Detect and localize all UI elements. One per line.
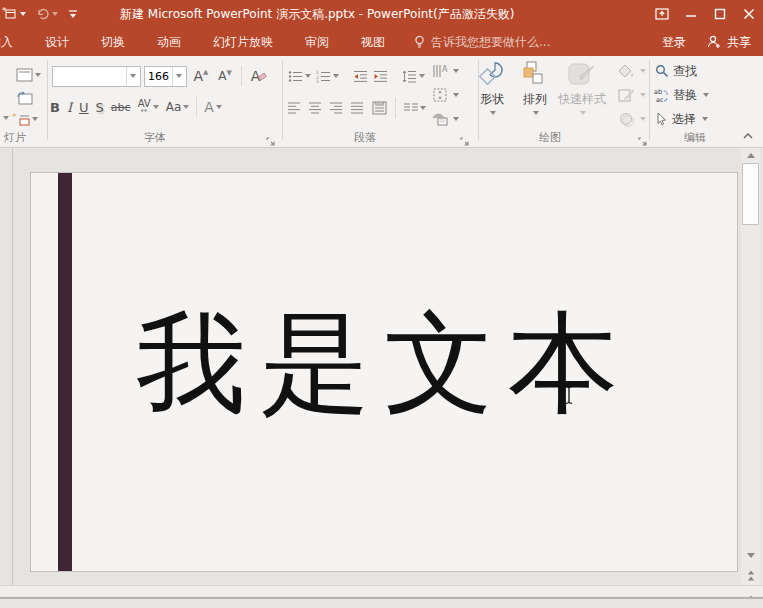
font-name-combobox[interactable]: [52, 66, 141, 87]
qat-new-slide-icon[interactable]: *: [2, 7, 26, 21]
increase-indent-button[interactable]: [373, 65, 388, 87]
font-name-caret[interactable]: [126, 67, 139, 86]
convert-smartart-button[interactable]: [432, 109, 459, 129]
align-text-button[interactable]: [432, 85, 459, 105]
sign-in-button[interactable]: 登录: [662, 34, 686, 51]
shape-outline-caret: [640, 93, 646, 97]
slide-canvas[interactable]: 我是文本: [30, 172, 738, 572]
vertical-scrollbar[interactable]: [741, 148, 760, 593]
shape-effects-caret: [640, 117, 646, 121]
undo-icon[interactable]: [36, 7, 58, 21]
change-case-caret: [183, 105, 189, 109]
share-button[interactable]: 共享: [706, 34, 751, 51]
tab-transitions[interactable]: 切换: [88, 28, 138, 56]
layout-icon: [16, 68, 33, 82]
decrease-indent-icon: [353, 70, 368, 83]
close-icon[interactable]: [734, 0, 763, 28]
decrease-indent-button[interactable]: [353, 65, 368, 87]
font-name-input[interactable]: [53, 68, 126, 85]
find-button[interactable]: 查找: [655, 61, 697, 81]
editor-workspace: 我是文本: [0, 148, 763, 593]
numbering-caret: [333, 74, 339, 78]
paragraph-group-label: 段落: [300, 130, 430, 144]
collapse-ribbon-icon[interactable]: [741, 128, 755, 142]
underline-button[interactable]: U: [79, 96, 89, 118]
reset-slide-button[interactable]: [16, 86, 33, 108]
ribbon-display-options-icon[interactable]: [647, 0, 676, 28]
reset-icon: [16, 90, 33, 105]
font-size-caret[interactable]: [172, 67, 185, 86]
font-group-label: 字体: [90, 130, 220, 144]
columns-button[interactable]: [404, 97, 426, 119]
thumbnail-pane-splitter[interactable]: [12, 148, 13, 593]
decrease-font-size-button[interactable]: A▼: [215, 65, 235, 87]
replace-button[interactable]: ab ac 替换: [653, 85, 709, 105]
group-divider: [282, 60, 283, 140]
account-area: 登录 共享: [662, 34, 763, 51]
previous-slide-icon[interactable]: [742, 568, 759, 582]
character-spacing-caret: [153, 105, 159, 109]
tell-me-label: 告诉我您想要做什么...: [431, 34, 550, 51]
slide-text[interactable]: 我是文本: [31, 303, 737, 424]
increase-font-size-button[interactable]: A▲: [190, 65, 212, 87]
change-case-button[interactable]: Aa: [166, 96, 190, 118]
qat-customize-icon[interactable]: [68, 8, 78, 20]
character-spacing-button[interactable]: AV ↔: [138, 96, 159, 118]
columns-caret: [420, 106, 426, 110]
line-spacing-icon: [402, 70, 417, 83]
scrollbar-thumb[interactable]: [742, 163, 759, 225]
align-left-icon[interactable]: [288, 102, 301, 114]
line-spacing-button[interactable]: [402, 65, 425, 87]
scroll-up-icon[interactable]: [742, 148, 759, 162]
svg-text:A: A: [442, 65, 448, 74]
bullets-button[interactable]: [288, 65, 311, 87]
shape-fill-icon: [618, 64, 635, 79]
tab-insert[interactable]: 插入: [0, 28, 26, 56]
undo-caret: [52, 12, 58, 16]
shape-outline-button[interactable]: [618, 85, 646, 105]
distribute-text-icon[interactable]: [372, 101, 387, 115]
shape-fill-caret: [640, 69, 646, 73]
quick-styles-button[interactable]: 快速样式: [552, 60, 612, 130]
status-bar: [0, 597, 763, 608]
section-button[interactable]: *: [12, 108, 38, 130]
maximize-icon[interactable]: [705, 0, 734, 28]
select-button[interactable]: 选择: [655, 109, 708, 129]
tab-animations[interactable]: 动画: [144, 28, 194, 56]
italic-button[interactable]: I: [67, 96, 72, 118]
scroll-down-icon[interactable]: [742, 548, 759, 562]
select-cursor-icon: [655, 112, 668, 126]
shapes-button[interactable]: 形状: [470, 60, 514, 130]
shape-fill-button[interactable]: [618, 61, 646, 81]
minimize-icon[interactable]: [676, 0, 705, 28]
font-size-input[interactable]: [145, 68, 172, 85]
mini-divider: [395, 98, 396, 118]
tell-me-box[interactable]: 告诉我您想要做什么...: [414, 34, 550, 51]
justify-icon[interactable]: [351, 102, 364, 114]
align-center-icon[interactable]: [309, 102, 322, 114]
select-label: 选择: [672, 111, 696, 128]
paragraph-dialog-launcher-icon[interactable]: [460, 132, 470, 142]
find-label: 查找: [673, 63, 697, 80]
drawing-dialog-launcher-icon[interactable]: [638, 132, 648, 142]
quick-styles-caret: [580, 111, 586, 115]
text-direction-button[interactable]: A: [432, 61, 459, 81]
tab-design[interactable]: 设计: [32, 28, 82, 56]
tab-review[interactable]: 审阅: [292, 28, 342, 56]
font-color-button[interactable]: A: [204, 96, 222, 118]
numbering-button[interactable]: 123: [316, 65, 339, 87]
shape-effects-button[interactable]: [618, 109, 646, 129]
strikethrough-button[interactable]: abc: [111, 96, 131, 118]
tab-slideshow[interactable]: 幻灯片放映: [200, 28, 286, 56]
horizontal-scrollbar-strip[interactable]: [0, 585, 763, 596]
font-size-combobox[interactable]: [144, 66, 187, 87]
text-shadow-button[interactable]: S: [96, 96, 104, 118]
title-bar: * 新建 Microsoft PowerPoint 演示文稿.pptx - Po…: [0, 0, 763, 28]
layout-button[interactable]: [16, 64, 41, 86]
tab-view[interactable]: 视图: [348, 28, 398, 56]
clear-formatting-button[interactable]: A: [248, 65, 270, 87]
font-dialog-launcher-icon[interactable]: [266, 132, 276, 142]
align-right-icon[interactable]: [330, 102, 343, 114]
arrange-button[interactable]: 排列: [513, 60, 557, 130]
bold-button[interactable]: B: [50, 96, 60, 118]
